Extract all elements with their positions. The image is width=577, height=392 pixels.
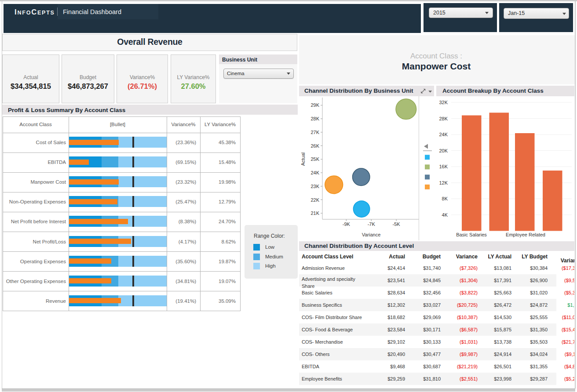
svg-text:25K: 25K (310, 156, 319, 162)
svg-text:Variance: Variance (362, 232, 381, 237)
svg-text:12K: 12K (439, 180, 448, 185)
svg-text:Basic Salaries: Basic Salaries (456, 232, 487, 237)
svg-text:21K: 21K (310, 211, 319, 216)
svg-text:27K: 27K (310, 130, 319, 135)
svg-text:16K: 16K (439, 164, 448, 169)
svg-text:24K: 24K (310, 170, 319, 175)
svg-text:-7K: -7K (368, 221, 376, 227)
svg-text:20K: 20K (439, 148, 448, 153)
svg-text:-5K: -5K (393, 221, 401, 227)
svg-text:23K: 23K (310, 184, 319, 189)
svg-text:4K: 4K (442, 212, 448, 218)
svg-text:28K: 28K (310, 116, 319, 121)
svg-text:22K: 22K (310, 197, 319, 203)
svg-text:24K: 24K (439, 132, 448, 137)
svg-text:Employee Related: Employee Related (506, 232, 545, 237)
svg-text:32K: 32K (439, 100, 448, 105)
svg-text:26K: 26K (310, 143, 319, 149)
svg-text:29K: 29K (310, 102, 319, 108)
svg-text:8K: 8K (442, 196, 448, 201)
svg-text:Actual: Actual (300, 152, 306, 166)
svg-text:28K: 28K (439, 116, 448, 121)
svg-text:-9K: -9K (343, 221, 351, 227)
